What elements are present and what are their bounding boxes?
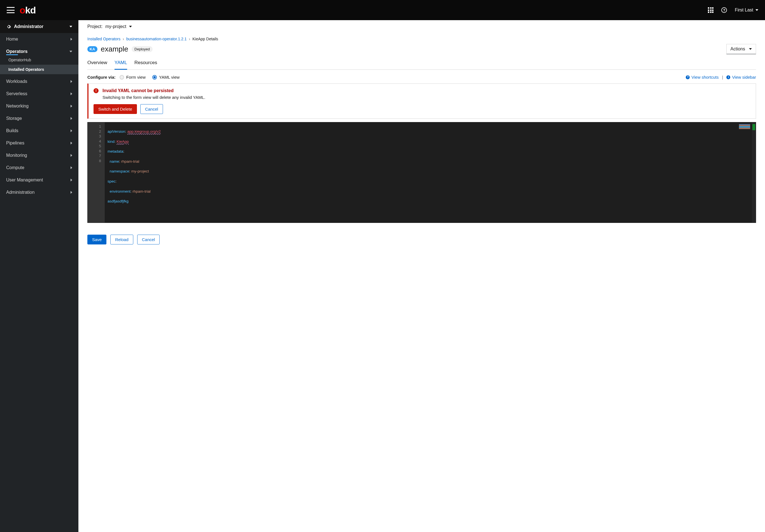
chevron-right-icon <box>71 38 72 41</box>
minimap-thumb <box>739 124 750 129</box>
perspective-switcher[interactable]: Administrator <box>0 20 78 33</box>
breadcrumb-link-installed-operators[interactable]: Installed Operators <box>87 37 120 41</box>
user-name: First Last <box>735 8 753 13</box>
topbar: okd ? First Last <box>0 0 765 20</box>
page-title: example <box>101 45 128 54</box>
help-link-label: View sidebar <box>732 75 756 80</box>
hamburger-menu-button[interactable] <box>7 7 15 13</box>
sidebar-item-user-management[interactable]: User Management <box>0 174 78 186</box>
sidebar-item-monitoring[interactable]: Monitoring <box>0 149 78 162</box>
sidebar-item-label: Home <box>6 37 18 42</box>
help-circle-icon: ? <box>686 75 690 79</box>
sidebar-item-label: Compute <box>6 165 24 170</box>
sidebar-item-label: Operators <box>6 49 27 54</box>
sidebar-item-label: Monitoring <box>6 153 27 158</box>
editor-gutter: 12345678 <box>88 122 104 223</box>
sidebar-item-networking[interactable]: Networking <box>0 100 78 112</box>
cog-icon <box>6 24 11 29</box>
chevron-down-icon <box>69 51 72 52</box>
actions-label: Actions <box>731 47 745 52</box>
sidebar-item-label: Builds <box>6 128 18 133</box>
user-dropdown[interactable]: First Last <box>735 8 758 13</box>
chevron-down-icon <box>755 9 758 11</box>
chevron-down-icon <box>749 48 752 50</box>
sidebar-item-serverless[interactable]: Serverless <box>0 88 78 100</box>
chevron-right-icon: › <box>123 37 124 41</box>
actions-dropdown[interactable]: Actions <box>726 44 756 54</box>
sidebar-subitem-installed-operators[interactable]: Installed Operators <box>0 65 78 74</box>
chevron-right-icon <box>71 80 72 83</box>
main-content: Project: my-project Installed Operators … <box>78 20 765 532</box>
radio-label: YAML view <box>159 75 180 80</box>
help-link-label: View shortcuts <box>691 75 718 80</box>
chevron-right-icon <box>71 179 72 182</box>
breadcrumb-current: KieApp Details <box>192 37 218 41</box>
yaml-editor[interactable]: 12345678 apiVersion: app.kiegroup.org/v2… <box>87 122 756 223</box>
breadcrumb: Installed Operators › businessautomation… <box>87 35 756 44</box>
perspective-label: Administrator <box>14 24 43 29</box>
separator: | <box>722 75 723 80</box>
save-button[interactable]: Save <box>87 235 106 245</box>
view-shortcuts-link[interactable]: ?View shortcuts <box>686 75 718 80</box>
sidebar-item-label: Serverless <box>6 91 27 96</box>
tab-resources[interactable]: Resources <box>134 60 157 69</box>
apps-grid-icon[interactable] <box>708 7 713 13</box>
bottom-actions: Save Reload Cancel <box>78 230 765 250</box>
help-icon[interactable]: ? <box>721 7 727 13</box>
project-value: my-project <box>105 24 126 29</box>
radio-icon <box>152 75 157 80</box>
chevron-right-icon <box>71 129 72 132</box>
sidebar-item-storage[interactable]: Storage <box>0 112 78 125</box>
sidebar-item-builds[interactable]: Builds <box>0 125 78 137</box>
view-sidebar-link[interactable]: iView sidebar <box>726 75 756 80</box>
sidebar: Administrator Home Operators OperatorHub… <box>0 20 78 532</box>
sidebar-item-label: Pipelines <box>6 141 24 146</box>
sidebar-subitem-operatorhub[interactable]: OperatorHub <box>0 55 78 65</box>
switch-and-delete-button[interactable]: Switch and Delete <box>94 104 137 114</box>
radio-form-view[interactable]: Form view <box>120 75 146 80</box>
sidebar-item-operators[interactable]: Operators <box>0 45 78 55</box>
cancel-alert-button[interactable]: Cancel <box>140 104 163 114</box>
kind-badge: KA <box>87 46 97 52</box>
alert-body: Switching to the form view will delete a… <box>103 95 751 100</box>
sidebar-item-label: Networking <box>6 104 29 109</box>
okd-logo: okd <box>20 5 36 16</box>
configure-via-label: Configure via: <box>87 75 116 80</box>
reload-button[interactable]: Reload <box>110 235 133 245</box>
alert-invalid-yaml: ! Invalid YAML cannot be persisted Switc… <box>87 83 756 119</box>
sidebar-item-label: Storage <box>6 116 22 121</box>
chevron-right-icon <box>71 92 72 95</box>
title-row: KA example Deployed Actions <box>87 44 756 54</box>
sidebar-item-workloads[interactable]: Workloads <box>0 75 78 88</box>
sidebar-item-compute[interactable]: Compute <box>0 162 78 174</box>
chevron-right-icon <box>71 166 72 169</box>
editor-error-bar[interactable] <box>752 122 756 223</box>
chevron-right-icon: › <box>189 37 190 41</box>
sidebar-item-label: Workloads <box>6 79 27 84</box>
sidebar-item-administration[interactable]: Administration <box>0 186 78 199</box>
project-selector[interactable]: Project: my-project <box>78 20 765 33</box>
editor-minimap[interactable] <box>718 122 752 223</box>
chevron-down-icon <box>129 26 132 27</box>
editor-code[interactable]: apiVersion: app.kiegroup.org/v2 kind: Ki… <box>104 122 718 223</box>
chevron-right-icon <box>71 105 72 108</box>
sidebar-item-pipelines[interactable]: Pipelines <box>0 137 78 149</box>
error-icon: ! <box>94 88 99 93</box>
chevron-right-icon <box>71 142 72 145</box>
radio-icon <box>120 75 124 80</box>
configure-via-row: Configure via: Form view YAML view ?View… <box>87 70 756 83</box>
radio-label: Form view <box>126 75 146 80</box>
cancel-button[interactable]: Cancel <box>137 235 160 245</box>
breadcrumb-link-operator[interactable]: businessautomation-operator.1.2.1 <box>126 37 187 41</box>
chevron-down-icon <box>69 26 72 27</box>
chevron-right-icon <box>71 154 72 157</box>
tab-yaml[interactable]: YAML <box>115 60 127 70</box>
tab-overview[interactable]: Overview <box>87 60 107 69</box>
alert-title: Invalid YAML cannot be persisted <box>103 88 174 93</box>
chevron-right-icon <box>71 117 72 120</box>
info-circle-icon: i <box>726 75 730 79</box>
sidebar-item-home[interactable]: Home <box>0 33 78 45</box>
sidebar-item-label: User Management <box>6 178 43 183</box>
radio-yaml-view[interactable]: YAML view <box>152 75 180 80</box>
sidebar-item-label: Administration <box>6 190 34 195</box>
